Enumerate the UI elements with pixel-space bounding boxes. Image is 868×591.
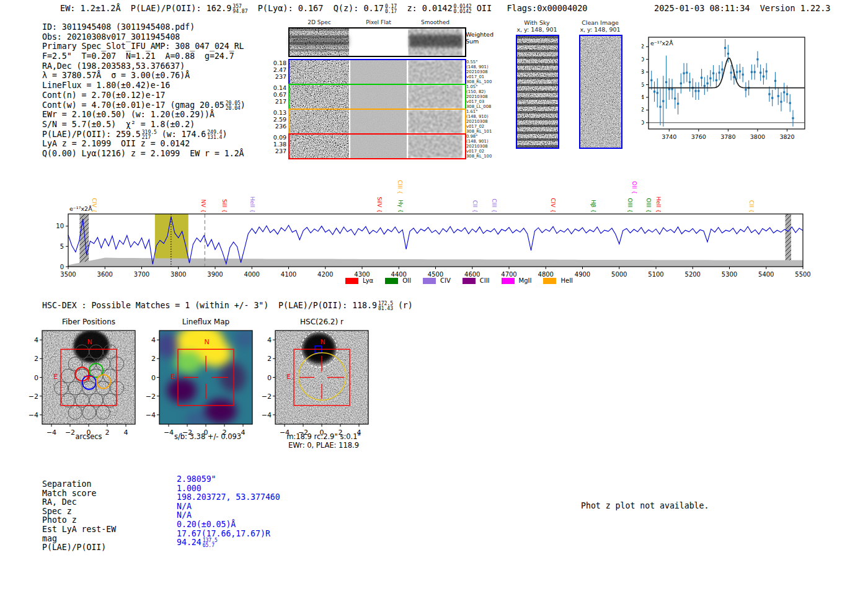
fiber-positions-plot: −4−2024420−2−4NE [29, 327, 146, 442]
svg-text:3700: 3700 [134, 271, 149, 278]
svg-text:6: 6 [642, 81, 644, 88]
legend-label: CIV [440, 277, 451, 284]
spec2d-image [290, 29, 349, 56]
full-spectrum-svg: 3500360037003800390040004100420043004400… [37, 166, 831, 290]
svg-text:3800: 3800 [170, 271, 186, 278]
match-table-label: Est LyA rest-EW [42, 525, 116, 534]
report-timestamp-version: 2025-01-03 08:11:34 Version 1.22.3 [654, 3, 831, 13]
svg-text:0: 0 [60, 264, 64, 270]
line-marker-CII: CII { [748, 200, 755, 213]
col-header-smoothed: Smoothed [408, 19, 463, 25]
smoothed-image [408, 29, 463, 56]
svg-text:0: 0 [642, 119, 644, 126]
svg-text:5200: 5200 [685, 271, 701, 278]
legend-label: OII [402, 277, 411, 284]
spec2d-image [290, 85, 349, 109]
legend-label: HeII [560, 277, 573, 284]
svg-text:e⁻¹⁷x2Å: e⁻¹⁷x2Å [69, 205, 92, 212]
spec2d-row-right-labels: 0.55"(148, 901)20210308v017_01308_RL_100 [466, 60, 505, 85]
spec2d-row [288, 59, 466, 85]
line-marker-OIII: OIII { [627, 198, 633, 213]
svg-text:4: 4 [642, 94, 644, 100]
legend-swatch-HeII [543, 278, 556, 284]
svg-text:4000: 4000 [244, 271, 260, 278]
legend-label: MgII [519, 277, 532, 284]
svg-text:4: 4 [151, 336, 156, 344]
smoothed-image [408, 85, 463, 109]
svg-text:E: E [286, 373, 291, 381]
smoothed-image [408, 135, 463, 158]
match-table-value: N/A [177, 510, 192, 520]
svg-text:−4: −4 [146, 411, 156, 419]
fiber-panel-title: Fiber Positions [42, 318, 135, 326]
match-table-value: 0.20(±0.05)Å [177, 520, 236, 529]
svg-text:2: 2 [642, 106, 644, 113]
lineflux-caption: s/b: 3.38 +/- 0.093 [146, 432, 270, 441]
info-line: LineFlux = 1.80(±0.42)e-16 [42, 81, 246, 91]
svg-text:N: N [320, 338, 325, 346]
svg-text:4: 4 [34, 336, 38, 344]
line-marker-HeII: HeII { [655, 197, 662, 213]
info-line: LyA z = 2.1099 OII z = 0.0142 [42, 139, 246, 149]
detection-info-block: ID: 3011945408 (3011945408.pdf)Obs: 2021… [42, 22, 246, 159]
spectrum-legend: LyαOIICIVCIIIMgIIHeII [338, 277, 573, 284]
svg-text:10: 10 [642, 56, 644, 63]
match-table-label: Photo z [42, 515, 77, 525]
hsc-caption-1: m:18.9 rc:2.9" s:0.1" [262, 432, 386, 441]
match-table-label: Spec z [42, 507, 72, 516]
spec2d-row-left-labels: 0.091.38237 [272, 134, 286, 154]
lineflux-panel-title: Lineflux Map [159, 318, 252, 326]
spec2d-row-left-labels: 0.182.47237 [272, 60, 286, 80]
pixelflat-image [350, 135, 407, 158]
match-table-value: N/A [177, 502, 192, 511]
spec2d-row-left-labels: 0.140.67217 [272, 84, 286, 105]
svg-text:0: 0 [151, 374, 156, 382]
svg-text:4900: 4900 [575, 271, 590, 278]
svg-text:−2: −2 [146, 393, 156, 401]
smoothed-image [408, 110, 463, 133]
line-marker-NV: NV { [200, 200, 206, 213]
match-table-label: Match score [42, 489, 96, 498]
weighted-sum-label: Weighted Sum [466, 31, 494, 45]
info-line: RA,Dec (198.203583,53.376637) [42, 61, 246, 71]
info-line: Primary Spec_Slot_IFU_AMP: 308_047_024_R… [42, 42, 246, 51]
match-table-label: P(LAE)/P(OII) [42, 543, 106, 552]
spec2d-image [290, 60, 349, 84]
svg-text:N: N [204, 338, 209, 346]
svg-text:3780: 3780 [720, 133, 735, 140]
svg-text:E: E [170, 373, 175, 381]
match-table-value: 2.98059" [177, 474, 216, 484]
match-table-value: 1.000 [177, 484, 202, 493]
svg-text:E: E [53, 373, 58, 381]
line-marker-OIII: OIII { [645, 198, 652, 213]
info-line: ID: 3011945408 (3011945408.pdf) [42, 22, 246, 32]
svg-text:5: 5 [60, 243, 64, 250]
svg-text:12: 12 [642, 43, 644, 50]
report-version: Version 1.22.3 [760, 3, 831, 13]
line-marker-HeII: HeII { [249, 197, 255, 213]
match-table-value: 94.24137.565.7 [177, 538, 218, 548]
withsky-subtitle: x, y: 148, 901 [508, 26, 565, 33]
withsky-title: With Sky [508, 19, 565, 26]
legend-swatch-CIII [463, 278, 476, 284]
line-marker-SiII: SiII { [221, 199, 228, 213]
spec2d-row [288, 84, 466, 110]
pixelflat-image [350, 85, 407, 109]
match-table-label: Separation [42, 479, 91, 489]
svg-text:−4: −4 [262, 411, 272, 419]
pixelflat-image [350, 110, 407, 133]
spec2d-row [288, 27, 466, 57]
match-table-value: 198.203727, 53.377460 [177, 492, 280, 502]
info-line: Q(0.00) Lyα(1216) z = 2.1099 EW r = 1.2Å [42, 149, 246, 159]
spec2d-image [290, 135, 349, 158]
svg-text:−4: −4 [29, 411, 38, 419]
match-table-label: RA, Dec [42, 497, 77, 507]
cleanimg-title: Clean Image [572, 19, 629, 26]
hsc-caption-2: EWr: 0, PLAE: 118.9 [262, 441, 386, 450]
full-spectrum-chart: 3500360037003800390040004100420043004400… [37, 166, 831, 290]
svg-text:5000: 5000 [611, 271, 627, 278]
withsky-image [516, 35, 559, 149]
hsc-cutout-plot: −4−2024420−2−4NE [262, 327, 379, 442]
sky-stripes [517, 36, 558, 148]
spec2d-image [290, 110, 349, 133]
